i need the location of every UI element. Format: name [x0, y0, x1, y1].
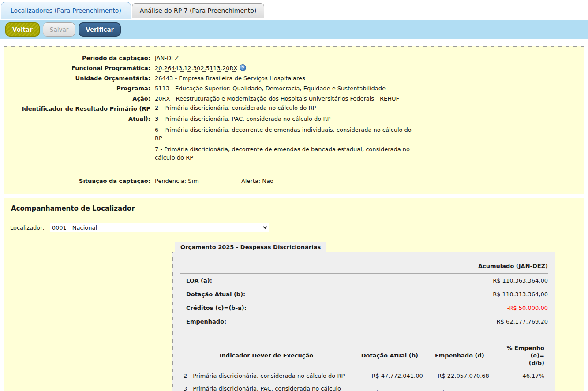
table-row: 2 - Primária discricionária, considerada…: [180, 369, 548, 382]
cell-pct: 46,17%: [493, 369, 548, 382]
tab-analise-rp7[interactable]: Análise do RP 7 (Para Preenchimento): [132, 3, 265, 18]
periodo-row: Período da captação: JAN-DEZ: [11, 53, 577, 63]
periodo-label: Período da captação:: [11, 53, 150, 63]
unidade-value: 26443 - Empresa Brasileira de Serviços H…: [155, 73, 305, 83]
cell-empenhado: R$ 22.057.070,68: [427, 369, 493, 382]
rp-item: 3 - Primária discricionária, PAC, consid…: [155, 115, 419, 123]
empenhado-value: R$ 62.177.769,20: [496, 318, 548, 326]
unidade-label: Unidade Orçamentária:: [11, 73, 150, 83]
rp-item: 2 - Primária discricionária, considerada…: [155, 104, 419, 112]
rp-item: 6 - Primária discricionária, decorrente …: [155, 126, 419, 142]
cell-indicador: 3 - Primária discricionária, PAC, consid…: [180, 382, 353, 391]
orcamento-panel-title: Orçamento 2025 - Despesas Discricionária…: [175, 242, 326, 252]
execucao-table: Indicador Dever de Execução Dotação Atua…: [180, 342, 548, 391]
tab-bar: Localizadores (Para Preenchimento) Análi…: [0, 0, 588, 19]
verificar-button[interactable]: Verificar: [79, 22, 121, 37]
cell-indicador: 2 - Primária discricionária, considerada…: [180, 369, 353, 382]
rp-row: Identificador de Resultado Primário (RP …: [11, 104, 577, 164]
capture-info-panel: Período da captação: JAN-DEZ Funcional P…: [4, 46, 584, 194]
summary-row-creditos: Créditos (c)=(b-a): -R$ 50.000,00: [180, 301, 548, 315]
programa-value: 5113 - Educação Superior: Qualidade, Dem…: [155, 83, 386, 93]
acao-value: 20RX - Reestruturação e Modernização dos…: [155, 93, 399, 104]
execucao-header-row: Indicador Dever de Execução Dotação Atua…: [180, 342, 548, 369]
tab-localizadores[interactable]: Localizadores (Para Preenchimento): [1, 2, 131, 19]
header-pct-line1: % Empenho (e)=: [506, 345, 544, 359]
periodo-value: JAN-DEZ: [155, 53, 179, 63]
rp-item: 7 - Primária discricionária, decorrente …: [155, 145, 419, 162]
loa-value: R$ 110.363.364,00: [493, 277, 548, 285]
localizador-row: Localizador: 0001 - Nacional: [4, 216, 584, 232]
programa-row: Programa: 5113 - Educação Superior: Qual…: [11, 83, 577, 93]
acompanhamento-title: Acompanhamento de Localizador: [4, 198, 584, 216]
salvar-button[interactable]: Salvar: [43, 22, 75, 37]
dotacao-label: Dotação Atual (b):: [180, 290, 245, 298]
voltar-button[interactable]: Voltar: [5, 22, 40, 37]
alerta-value: Alerta: Não: [241, 176, 273, 186]
creditos-value: -R$ 50.000,00: [507, 304, 548, 312]
loa-label: LOA (a):: [180, 277, 212, 285]
funcional-value[interactable]: 20.26443.12.302.5113.20RX: [155, 65, 237, 72]
situacao-row: Situação da captação: Pendência: Sim Ale…: [11, 176, 577, 186]
funcional-row: Funcional Programática: 20.26443.12.302.…: [11, 63, 577, 73]
rp-label: Identificador de Resultado Primário (RP …: [11, 104, 150, 124]
localizador-select[interactable]: 0001 - Nacional: [50, 223, 269, 232]
summary-row-loa: LOA (a): R$ 110.363.364,00: [180, 274, 548, 287]
empenhado-label: Empenhado:: [180, 318, 226, 326]
header-indicador: Indicador Dever de Execução: [180, 342, 353, 369]
localizador-label: Localizador:: [10, 224, 45, 231]
header-pct-empenho: % Empenho (e)= (d/b): [493, 342, 548, 369]
toolbar: Voltar Salvar Verificar: [0, 20, 588, 39]
funcional-label: Funcional Programática:: [11, 63, 150, 73]
situacao-label: Situação da captação:: [11, 176, 150, 186]
pendencia-value: Pendência: Sim: [155, 176, 199, 186]
summary-row-dotacao: Dotação Atual (b): R$ 110.313.364,00: [180, 287, 548, 301]
acumulado-header: Acumulado (JAN-DEZ): [180, 258, 548, 273]
dotacao-value: R$ 110.313.364,00: [493, 290, 548, 298]
rp-list: 2 - Primária discricionária, considerada…: [155, 104, 419, 164]
orcamento-panel: Acumulado (JAN-DEZ) LOA (a): R$ 110.363.…: [172, 252, 555, 391]
cell-dotacao: R$ 47.772.041,00: [353, 369, 427, 382]
cell-dotacao: R$ 62.541.323,00: [353, 382, 427, 391]
creditos-label: Créditos (c)=(b-a):: [180, 304, 247, 312]
help-icon[interactable]: ?: [240, 64, 246, 71]
cell-pct: 64,15%: [493, 382, 548, 391]
acompanhamento-panel: Acompanhamento de Localizador Localizado…: [4, 198, 584, 391]
cell-empenhado: R$ 40.120.698,52: [427, 382, 493, 391]
programa-label: Programa:: [11, 83, 150, 93]
header-pct-line2: (d/b): [529, 360, 544, 366]
orcamento-panel-wrap: Orçamento 2025 - Despesas Discricionária…: [172, 252, 555, 391]
header-empenhado: Empenhado (d): [427, 342, 493, 369]
summary-row-empenhado: Empenhado: R$ 62.177.769,20: [180, 315, 548, 328]
unidade-row: Unidade Orçamentária: 26443 - Empresa Br…: [11, 73, 577, 83]
acao-label: Ação:: [11, 93, 150, 104]
acao-row: Ação: 20RX - Reestruturação e Modernizaç…: [11, 93, 577, 104]
table-row: 3 - Primária discricionária, PAC, consid…: [180, 382, 548, 391]
header-dotacao: Dotação Atual (b): [353, 342, 427, 369]
